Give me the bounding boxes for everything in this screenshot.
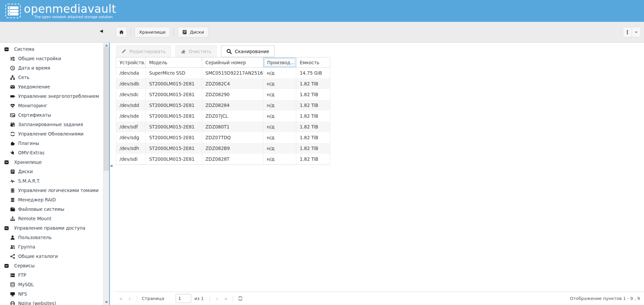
splitter-collapse-icon[interactable]: ◀ (110, 164, 113, 167)
sidebar-item[interactable]: MySQL (0, 280, 103, 289)
scrollbar-thumb[interactable] (104, 47, 109, 170)
sidebar-item[interactable]: Сертификаты (0, 110, 103, 120)
column-header[interactable]: Модель (146, 58, 202, 67)
sidebar-item[interactable]: Дата и время (0, 63, 103, 73)
sidebar-item[interactable]: Менеджер RAID (0, 195, 103, 204)
sidebar-item[interactable]: Группа (0, 242, 103, 252)
sidebar-item-label: Общие каталоги (18, 254, 58, 259)
calendar-icon (10, 122, 15, 127)
table-cell: ZDZ08290 (202, 89, 264, 100)
table-cell: ST2000LM015-2E81 (146, 89, 202, 100)
sidebar-item[interactable]: Мониторинг (0, 101, 103, 110)
sidebar-item[interactable]: Управление энергопотреблением (0, 91, 103, 101)
first-page-button[interactable]: « (117, 294, 125, 303)
table-row[interactable]: /dev/sdcST2000LM015-2E81ZDZ08290н/д1.82 … (116, 89, 330, 100)
sidebar-scrollbar[interactable] (103, 43, 109, 305)
home-button[interactable] (116, 27, 127, 37)
sidebar-item[interactable]: Общие настройки (0, 54, 103, 63)
sidebar-item-label: Хранилище (14, 159, 42, 165)
menu-button[interactable]: ⋮ (623, 27, 632, 37)
table-row[interactable]: /dev/sdaSuperMicro SSDSMC0515D92217AN251… (116, 68, 330, 78)
table-cell: /dev/sde (116, 111, 146, 121)
sidebar-item[interactable]: Уведомление (0, 82, 103, 91)
share-icon (10, 254, 15, 259)
last-page-button[interactable]: » (221, 294, 230, 303)
sidebar-item[interactable]: Сервисы (0, 261, 103, 270)
toolbar-button[interactable]: Редактировать (116, 45, 171, 57)
breadcrumb-item[interactable]: Диски (178, 27, 208, 37)
column-header-label: Емкость (300, 60, 319, 65)
sidebar-item[interactable]: Сеть (0, 73, 103, 82)
sidebar-item[interactable]: Remote Mount (0, 214, 103, 223)
table-cell: н/д (263, 68, 296, 78)
sidebar-item[interactable]: NFS (0, 289, 103, 299)
refresh-button[interactable] (236, 294, 245, 303)
caret-down-icon (634, 30, 638, 34)
toolbar: РедактироватьОчиститьСканирование (113, 43, 644, 57)
breadcrumb-separator (131, 28, 131, 36)
toolbar-button-label: Сканирование (235, 49, 269, 54)
table-row[interactable]: /dev/sdgST2000LM015-2E81ZDZ07TDQн/д1.82 … (116, 132, 330, 143)
minus-square-icon (4, 263, 9, 268)
sidebar-item[interactable]: Файловые системы (0, 204, 103, 214)
table-cell: /dev/sdh (116, 143, 146, 154)
search-icon (226, 49, 232, 54)
scroll-down-icon[interactable] (105, 301, 108, 303)
page-of-label: из 1 (195, 296, 204, 301)
sidebar-item-label: Remote Mount (18, 216, 51, 221)
sidebar-item[interactable]: Управление логическими томами (0, 186, 103, 195)
table-cell: н/д (263, 121, 296, 132)
sidebar-collapse-icon[interactable]: ◀ (100, 29, 103, 33)
table-cell: 1.82 TiB (296, 132, 330, 143)
sidebar-item[interactable]: Управление правами доступа (0, 223, 103, 233)
column-header[interactable]: Серийный номер (202, 58, 264, 67)
table-row[interactable]: /dev/sdhST2000LM015-2E81ZDZ082B9н/д1.82 … (116, 143, 330, 154)
toolbar-button[interactable]: Сканирование (221, 45, 274, 57)
table-cell: /dev/sdi (116, 154, 146, 164)
column-header[interactable]: Производ... (263, 58, 296, 67)
table-row[interactable]: /dev/sdeST2000LM015-2E81ZDZ07JCLн/д1.82 … (116, 111, 330, 121)
table-cell: ST2000LM015-2E81 (146, 143, 202, 154)
sidebar-item[interactable]: Запланированные задания (0, 120, 103, 129)
column-header[interactable]: Емкость (296, 58, 330, 67)
sidebar-item[interactable]: Общие каталоги (0, 252, 103, 261)
scroll-up-icon[interactable] (105, 44, 108, 46)
app-title: openmediavault (24, 3, 116, 14)
database-icon (10, 197, 15, 202)
sidebar-item-label: Общие настройки (18, 56, 61, 61)
sidebar-item[interactable]: S.M.A.R.T. (0, 176, 103, 186)
table-cell: ST2000LM015-2E81 (146, 100, 202, 111)
omv-logo: openmediavault The open network attached… (5, 3, 116, 19)
prev-page-button[interactable]: ‹ (125, 294, 134, 303)
table-row[interactable]: /dev/sddST2000LM015-2E81ZDZ08284н/д1.82 … (116, 100, 330, 111)
sidebar-item[interactable]: Диски (0, 167, 103, 176)
sidebar-item-label: Файловые системы (18, 206, 64, 212)
toolbar-button[interactable]: Очистить (175, 45, 217, 57)
breadcrumb-item[interactable]: Хранилище (135, 27, 170, 37)
table-cell: н/д (263, 154, 296, 164)
sidebar-item-label: Управление Обновлениями (18, 131, 84, 137)
sidebar-item-label: Диски (18, 169, 33, 174)
collapse-header-button[interactable] (632, 27, 641, 37)
sidebar-item[interactable]: Nginx (websites) (0, 299, 103, 305)
column-header[interactable]: Устройств... (116, 58, 146, 67)
table-cell: ST2000LM015-2E81 (146, 154, 202, 164)
sidebar-item[interactable]: Управление Обновлениями (0, 129, 103, 139)
sidebar-item-label: Дата и время (18, 65, 50, 71)
refresh-icon (10, 131, 15, 137)
sidebar-item[interactable]: OMV-Extras (0, 148, 103, 157)
sidebar-item[interactable]: Система (0, 44, 103, 54)
table-row[interactable]: /dev/sdiST2000LM015-2E81ZDZ0828Tн/д1.82 … (116, 154, 330, 164)
sidebar-item[interactable]: Хранилище (0, 157, 103, 167)
sidebar-item[interactable]: Пользователь (0, 233, 103, 242)
table-row[interactable]: /dev/sdfST2000LM015-2E81ZDZ080T1н/д1.82 … (116, 121, 330, 132)
table-cell: 1.82 TiB (296, 143, 330, 154)
panel-splitter[interactable]: ◀ (109, 43, 113, 305)
next-page-button[interactable]: › (213, 294, 221, 303)
sidebar-item[interactable]: FTP (0, 270, 103, 280)
table-row[interactable]: /dev/sdbST2000LM015-2E81ZDZ082C4н/д1.82 … (116, 78, 330, 89)
folder-icon (10, 207, 15, 212)
page-number-input[interactable] (176, 294, 191, 303)
sidebar-item[interactable]: Плагины (0, 139, 103, 148)
disks-table: Устройств...МодельСерийный номерПроизвод… (116, 57, 330, 165)
